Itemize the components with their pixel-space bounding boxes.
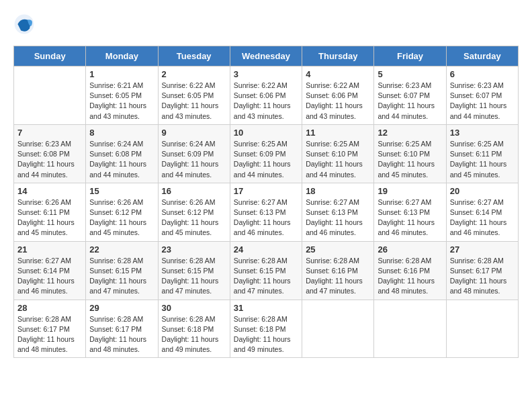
calendar-cell bbox=[374, 300, 446, 358]
weekday-header-tuesday: Tuesday bbox=[158, 46, 230, 66]
day-info: Sunrise: 6:22 AM Sunset: 6:05 PM Dayligh… bbox=[162, 81, 226, 122]
weekday-header-thursday: Thursday bbox=[302, 46, 374, 66]
day-info: Sunrise: 6:28 AM Sunset: 6:15 PM Dayligh… bbox=[234, 256, 298, 297]
calendar-cell bbox=[302, 300, 374, 358]
calendar-week-row: 1Sunrise: 6:21 AM Sunset: 6:05 PM Daylig… bbox=[14, 66, 519, 125]
day-info: Sunrise: 6:26 AM Sunset: 6:12 PM Dayligh… bbox=[89, 197, 154, 238]
day-number: 8 bbox=[89, 128, 154, 138]
day-number: 6 bbox=[450, 69, 515, 79]
day-info: Sunrise: 6:27 AM Sunset: 6:14 PM Dayligh… bbox=[17, 256, 82, 297]
calendar-cell: 14Sunrise: 6:26 AM Sunset: 6:11 PM Dayli… bbox=[14, 183, 86, 241]
day-number: 28 bbox=[17, 303, 82, 313]
day-info: Sunrise: 6:28 AM Sunset: 6:17 PM Dayligh… bbox=[17, 314, 82, 355]
calendar-table: SundayMondayTuesdayWednesdayThursdayFrid… bbox=[13, 46, 519, 358]
day-number: 19 bbox=[378, 186, 442, 196]
day-info: Sunrise: 6:23 AM Sunset: 6:08 PM Dayligh… bbox=[17, 139, 82, 180]
day-number: 17 bbox=[234, 186, 298, 196]
day-number: 25 bbox=[306, 244, 370, 255]
calendar-cell: 3Sunrise: 6:22 AM Sunset: 6:06 PM Daylig… bbox=[230, 66, 302, 125]
calendar-cell: 17Sunrise: 6:27 AM Sunset: 6:13 PM Dayli… bbox=[230, 183, 302, 241]
day-info: Sunrise: 6:28 AM Sunset: 6:17 PM Dayligh… bbox=[89, 314, 154, 355]
day-info: Sunrise: 6:25 AM Sunset: 6:10 PM Dayligh… bbox=[306, 139, 370, 180]
day-info: Sunrise: 6:28 AM Sunset: 6:16 PM Dayligh… bbox=[306, 256, 370, 297]
day-number: 1 bbox=[89, 69, 154, 79]
calendar-cell: 29Sunrise: 6:28 AM Sunset: 6:17 PM Dayli… bbox=[86, 300, 158, 358]
day-number: 22 bbox=[89, 244, 154, 255]
calendar-cell: 24Sunrise: 6:28 AM Sunset: 6:15 PM Dayli… bbox=[230, 241, 302, 300]
day-info: Sunrise: 6:25 AM Sunset: 6:09 PM Dayligh… bbox=[234, 139, 298, 180]
weekday-header-sunday: Sunday bbox=[14, 46, 86, 66]
calendar-cell: 23Sunrise: 6:28 AM Sunset: 6:15 PM Dayli… bbox=[158, 241, 230, 300]
logo-icon bbox=[13, 13, 35, 35]
calendar-cell: 10Sunrise: 6:25 AM Sunset: 6:09 PM Dayli… bbox=[230, 124, 302, 183]
day-info: Sunrise: 6:27 AM Sunset: 6:13 PM Dayligh… bbox=[378, 197, 442, 238]
day-number: 7 bbox=[17, 128, 82, 138]
day-info: Sunrise: 6:28 AM Sunset: 6:18 PM Dayligh… bbox=[162, 314, 226, 355]
calendar-cell: 7Sunrise: 6:23 AM Sunset: 6:08 PM Daylig… bbox=[14, 124, 86, 183]
calendar-week-row: 14Sunrise: 6:26 AM Sunset: 6:11 PM Dayli… bbox=[14, 183, 519, 241]
calendar-cell: 26Sunrise: 6:28 AM Sunset: 6:16 PM Dayli… bbox=[374, 241, 446, 300]
day-number: 21 bbox=[17, 244, 82, 255]
day-number: 16 bbox=[162, 186, 226, 196]
calendar-cell: 27Sunrise: 6:28 AM Sunset: 6:17 PM Dayli… bbox=[446, 241, 518, 300]
day-info: Sunrise: 6:24 AM Sunset: 6:08 PM Dayligh… bbox=[89, 139, 154, 180]
day-number: 10 bbox=[234, 128, 298, 138]
weekday-header-wednesday: Wednesday bbox=[230, 46, 302, 66]
calendar-week-row: 21Sunrise: 6:27 AM Sunset: 6:14 PM Dayli… bbox=[14, 241, 519, 300]
day-info: Sunrise: 6:28 AM Sunset: 6:17 PM Dayligh… bbox=[450, 256, 515, 297]
day-number: 9 bbox=[162, 128, 226, 138]
day-number: 5 bbox=[378, 69, 442, 79]
day-info: Sunrise: 6:28 AM Sunset: 6:18 PM Dayligh… bbox=[234, 314, 298, 355]
day-number: 31 bbox=[234, 303, 298, 313]
day-number: 18 bbox=[306, 186, 370, 196]
day-number: 12 bbox=[378, 128, 442, 138]
calendar-cell: 4Sunrise: 6:22 AM Sunset: 6:06 PM Daylig… bbox=[302, 66, 374, 125]
weekday-header-saturday: Saturday bbox=[446, 46, 518, 66]
calendar-cell: 28Sunrise: 6:28 AM Sunset: 6:17 PM Dayli… bbox=[14, 300, 86, 358]
day-number: 23 bbox=[162, 244, 226, 255]
day-info: Sunrise: 6:26 AM Sunset: 6:11 PM Dayligh… bbox=[17, 197, 82, 238]
day-info: Sunrise: 6:21 AM Sunset: 6:05 PM Dayligh… bbox=[89, 81, 154, 122]
calendar-cell: 22Sunrise: 6:28 AM Sunset: 6:15 PM Dayli… bbox=[86, 241, 158, 300]
weekday-header-friday: Friday bbox=[374, 46, 446, 66]
weekday-header-row: SundayMondayTuesdayWednesdayThursdayFrid… bbox=[14, 46, 519, 66]
day-number: 14 bbox=[17, 186, 82, 196]
calendar-week-row: 7Sunrise: 6:23 AM Sunset: 6:08 PM Daylig… bbox=[14, 124, 519, 183]
calendar-cell: 5Sunrise: 6:23 AM Sunset: 6:07 PM Daylig… bbox=[374, 66, 446, 125]
day-number: 13 bbox=[450, 128, 515, 138]
day-number: 11 bbox=[306, 128, 370, 138]
day-number: 29 bbox=[89, 303, 154, 313]
day-number: 27 bbox=[450, 244, 515, 255]
calendar-cell: 1Sunrise: 6:21 AM Sunset: 6:05 PM Daylig… bbox=[86, 66, 158, 125]
weekday-header-monday: Monday bbox=[86, 46, 158, 66]
day-number: 4 bbox=[306, 69, 370, 79]
day-info: Sunrise: 6:22 AM Sunset: 6:06 PM Dayligh… bbox=[234, 81, 298, 122]
calendar-cell: 12Sunrise: 6:25 AM Sunset: 6:10 PM Dayli… bbox=[374, 124, 446, 183]
day-info: Sunrise: 6:24 AM Sunset: 6:09 PM Dayligh… bbox=[162, 139, 226, 180]
calendar-cell: 30Sunrise: 6:28 AM Sunset: 6:18 PM Dayli… bbox=[158, 300, 230, 358]
day-info: Sunrise: 6:25 AM Sunset: 6:10 PM Dayligh… bbox=[378, 139, 442, 180]
calendar-week-row: 28Sunrise: 6:28 AM Sunset: 6:17 PM Dayli… bbox=[14, 300, 519, 358]
day-number: 2 bbox=[162, 69, 226, 79]
day-number: 3 bbox=[234, 69, 298, 79]
calendar-cell: 6Sunrise: 6:23 AM Sunset: 6:07 PM Daylig… bbox=[446, 66, 518, 125]
day-info: Sunrise: 6:28 AM Sunset: 6:15 PM Dayligh… bbox=[89, 256, 154, 297]
day-info: Sunrise: 6:23 AM Sunset: 6:07 PM Dayligh… bbox=[450, 81, 515, 122]
calendar-cell: 13Sunrise: 6:25 AM Sunset: 6:11 PM Dayli… bbox=[446, 124, 518, 183]
calendar-cell: 31Sunrise: 6:28 AM Sunset: 6:18 PM Dayli… bbox=[230, 300, 302, 358]
day-number: 30 bbox=[162, 303, 226, 313]
day-number: 24 bbox=[234, 244, 298, 255]
logo bbox=[13, 13, 38, 35]
calendar-cell: 16Sunrise: 6:26 AM Sunset: 6:12 PM Dayli… bbox=[158, 183, 230, 241]
day-info: Sunrise: 6:26 AM Sunset: 6:12 PM Dayligh… bbox=[162, 197, 226, 238]
day-number: 26 bbox=[378, 244, 442, 255]
calendar-cell: 21Sunrise: 6:27 AM Sunset: 6:14 PM Dayli… bbox=[14, 241, 86, 300]
day-number: 15 bbox=[89, 186, 154, 196]
calendar-cell: 20Sunrise: 6:27 AM Sunset: 6:14 PM Dayli… bbox=[446, 183, 518, 241]
day-info: Sunrise: 6:22 AM Sunset: 6:06 PM Dayligh… bbox=[306, 81, 370, 122]
day-info: Sunrise: 6:28 AM Sunset: 6:15 PM Dayligh… bbox=[162, 256, 226, 297]
day-number: 20 bbox=[450, 186, 515, 196]
calendar-cell bbox=[446, 300, 518, 358]
calendar-cell: 19Sunrise: 6:27 AM Sunset: 6:13 PM Dayli… bbox=[374, 183, 446, 241]
day-info: Sunrise: 6:27 AM Sunset: 6:13 PM Dayligh… bbox=[234, 197, 298, 238]
